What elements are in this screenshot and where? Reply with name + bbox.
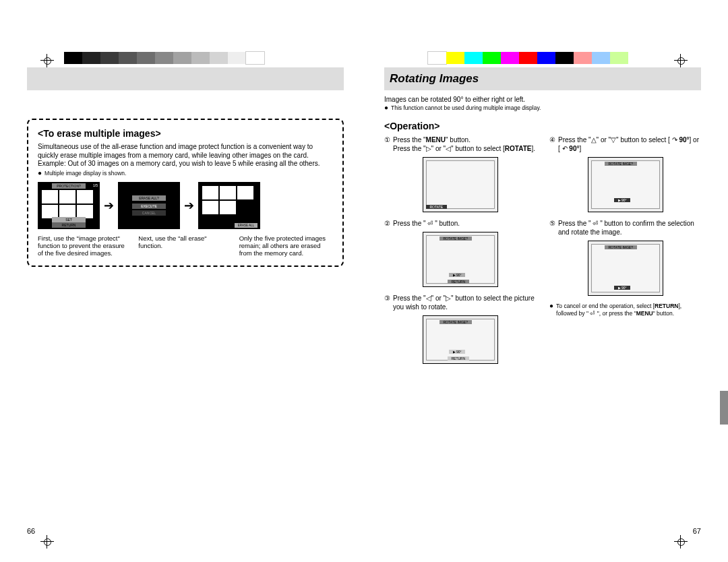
op-col-left: ① Press the "MENU" button. Press the "▷"… <box>384 135 536 371</box>
intro-text: Images can be rotated 90° to either righ… <box>384 96 701 103</box>
box-heading: <To erase multiple images> <box>38 128 333 139</box>
arrow-icon: ➔ <box>104 198 114 213</box>
lcd-erase-all: ERASE ALL? EXECUTE CANCEL <box>118 182 180 229</box>
screen-step2: ROTATE IMGE? ▶ 90° RETURN <box>423 232 498 287</box>
screen-step4: ROTATE IMGE? ▶ 90° <box>588 157 663 212</box>
page-number-left: 66 <box>27 527 35 535</box>
step-2: ② Press the " ⏎ " button. <box>384 219 536 228</box>
section-title: Rotating Images <box>390 72 479 86</box>
caption-row: First, use the "image protect" function … <box>38 235 333 257</box>
step-5: ⑤ Press the " ⏎ " button to confirm the … <box>549 219 701 237</box>
erase-multiple-box: <To erase multiple images> Simultaneous … <box>27 119 344 267</box>
left-page: <To erase multiple images> Simultaneous … <box>27 40 344 535</box>
step-4: ④ Press the "△" or "▽" button to select … <box>549 135 701 153</box>
caption-1: First, use the "image protect" function … <box>38 235 131 257</box>
page-number-right: 67 <box>693 527 701 535</box>
operation-columns: ① Press the "MENU" button. Press the "▷"… <box>384 135 701 371</box>
box-body: Simultaneous use of the all-erase functi… <box>38 143 333 168</box>
arrow-icon: ➔ <box>184 198 194 213</box>
caption-2: Next, use the "all erase" function. <box>138 235 232 257</box>
page-spread: <To erase multiple images> Simultaneous … <box>0 0 728 562</box>
caption-3: Only the five protected images remain; a… <box>239 235 333 257</box>
intro-bullet: ●This function cannot be used during mul… <box>384 104 701 111</box>
lcd-result: ERASE ALL <box>198 182 260 229</box>
cancel-note: ● To cancel or end the operation, select… <box>549 303 701 317</box>
reg-mark-icon <box>40 535 54 549</box>
box-bullet: ●Multiple image display is shown. <box>38 170 333 177</box>
lcd-row: PROTECTION? 1/5 SET RETURN ➔ ERASE ALL? … <box>38 182 333 229</box>
lcd-protection: PROTECTION? 1/5 SET RETURN <box>38 182 100 229</box>
step-1: ① Press the "MENU" button. Press the "▷"… <box>384 135 536 153</box>
screen-step3: ROTATE IMGE? ▶ 90° RETURN <box>423 315 498 364</box>
operation-heading: <Operation> <box>384 121 701 131</box>
right-title-band: Rotating Images <box>384 67 701 90</box>
reg-mark-icon <box>674 535 688 549</box>
screen-step1: ROTATE <box>423 157 498 212</box>
screen-step5: ROTATE IMGE? ▶ 90° <box>588 241 663 296</box>
op-col-right: ④ Press the "△" or "▽" button to select … <box>549 135 701 371</box>
step-3: ③ Press the "◁" or "▷" button to select … <box>384 294 536 311</box>
left-title-band <box>27 67 344 90</box>
right-page: Rotating Images Images can be rotated 90… <box>384 40 701 535</box>
thumb-tab <box>720 391 728 425</box>
